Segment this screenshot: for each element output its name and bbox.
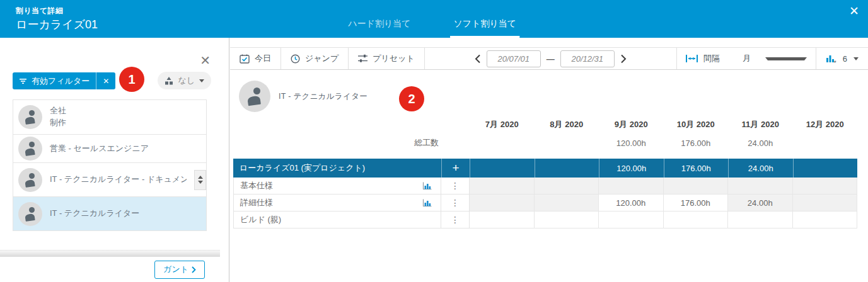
avatar	[18, 137, 42, 161]
chevron-down-icon	[199, 79, 204, 82]
avatar	[18, 202, 42, 226]
filter-remove-icon[interactable]: ✕	[96, 72, 115, 89]
list-item-technical-writer[interactable]: IT - テクニカルライター	[13, 197, 206, 231]
task-row-detail-spec: 詳細仕様 ⋮ 120.00h 176.00h 24.00h	[233, 195, 857, 212]
today-button[interactable]: 今日	[230, 48, 281, 69]
task-row-build: ビルド (親) ⋮	[233, 212, 857, 228]
project-value: 176.00h	[664, 159, 729, 178]
chevron-left-icon[interactable]	[475, 54, 481, 64]
allocation-cell[interactable]: 176.00h	[664, 195, 729, 212]
month-header: 9月 2020	[599, 119, 664, 130]
allocation-cell[interactable]	[664, 212, 729, 228]
allocation-cell[interactable]	[535, 195, 599, 212]
active-filter-chip[interactable]: 有効フィルター ✕	[13, 72, 115, 89]
allocation-cell[interactable]	[728, 178, 793, 195]
month-header: 8月 2020	[535, 119, 599, 130]
allocation-cell[interactable]	[728, 212, 793, 228]
kebab-menu-icon[interactable]: ⋮	[441, 212, 470, 228]
period-count-value: 6	[843, 54, 847, 64]
list-item-label: 全社	[50, 106, 66, 115]
allocation-cell[interactable]	[793, 195, 858, 212]
kebab-menu-icon[interactable]: ⋮	[441, 178, 470, 195]
sliders-icon	[358, 54, 367, 63]
chevron-down-icon	[854, 57, 859, 60]
list-item-sublabel: 制作	[50, 118, 66, 127]
total-value: 120.00h	[599, 138, 664, 148]
preset-button[interactable]: プリセット	[349, 48, 425, 69]
allocation-cell[interactable]	[470, 212, 535, 228]
kebab-menu-icon[interactable]: ⋮	[441, 195, 470, 212]
list-item-label: IT - テクニカルライター - ドキュメンテーシ	[50, 174, 187, 186]
scroll-spinner[interactable]	[194, 170, 206, 190]
list-item-sales-engineer[interactable]: 営業 - セールスエンジニア	[13, 135, 206, 163]
gantt-button[interactable]: ガント	[154, 261, 205, 279]
chevron-right-icon	[192, 266, 196, 273]
total-value: 176.00h	[664, 138, 729, 148]
date-to-input[interactable]	[560, 50, 615, 67]
task-label: 基本仕様	[240, 180, 422, 191]
jump-label: ジャンプ	[305, 53, 339, 64]
allocation-cell[interactable]	[535, 212, 599, 228]
total-value: 24.00h	[728, 138, 793, 148]
calendar-icon	[240, 54, 250, 64]
horizontal-scrollbar[interactable]	[0, 250, 220, 257]
project-value: 120.00h	[599, 159, 664, 178]
grouping-value: なし	[178, 75, 195, 86]
interval-unit-select[interactable]: 月	[729, 48, 816, 69]
list-item-label: IT - テクニカルライター	[50, 208, 139, 220]
interval-unit-value: 月	[729, 53, 765, 64]
page-title: ローカライズ01	[16, 17, 98, 32]
task-row-basic-spec: 基本仕様 ⋮	[233, 178, 857, 195]
svg-text:#: #	[834, 60, 836, 63]
dialog-eyebrow: 割り当て詳細	[16, 6, 64, 16]
dialog-header: 割り当て詳細 ローカライズ01 ✕ ハード割り当て ソフト割り当て	[0, 0, 868, 38]
resource-sidebar: ✕ 有効フィルター ✕ 1 なし 全社 制作 営業 - セールスエンジニア IT	[0, 38, 229, 282]
date-range-dash: —	[547, 54, 555, 64]
list-item-documentation[interactable]: IT - テクニカルライター - ドキュメンテーシ	[13, 163, 206, 197]
allocation-cell[interactable]	[470, 178, 535, 195]
month-header: 11月 2020	[728, 119, 793, 130]
total-hours-label: 総工数	[233, 137, 441, 149]
filter-chip-label: 有効フィルター	[32, 76, 90, 87]
allocation-cell[interactable]	[793, 212, 858, 228]
filter-icon	[19, 78, 27, 84]
task-label: ビルド (親)	[240, 214, 432, 225]
project-value	[535, 159, 599, 178]
project-value	[793, 159, 858, 178]
date-from-input[interactable]	[487, 50, 541, 67]
tab-soft-assignment[interactable]: ソフト割り当て	[450, 13, 521, 38]
add-task-button[interactable]: +	[441, 159, 470, 178]
resource-name: IT - テクニカルライター	[279, 91, 367, 102]
clock-icon	[291, 54, 300, 64]
allocation-cell[interactable]	[599, 178, 664, 195]
histogram-icon[interactable]	[422, 182, 432, 190]
project-value: 24.00h	[728, 159, 793, 178]
allocation-cell[interactable]	[599, 212, 664, 228]
interval-icon	[686, 55, 698, 62]
allocation-cell[interactable]	[470, 195, 535, 212]
allocation-cell[interactable]	[664, 178, 729, 195]
resource-avatar	[239, 81, 270, 112]
sidebar-close-icon[interactable]: ✕	[200, 54, 211, 67]
project-value	[470, 159, 535, 178]
jump-button[interactable]: ジャンプ	[281, 48, 349, 69]
list-item-company[interactable]: 全社 制作	[13, 100, 206, 135]
allocation-cell[interactable]: 120.00h	[599, 195, 664, 212]
today-label: 今日	[255, 53, 271, 64]
avatar	[18, 168, 42, 192]
histogram-icon[interactable]	[422, 199, 432, 207]
allocation-cell[interactable]	[793, 178, 858, 195]
allocation-cell[interactable]	[535, 178, 599, 195]
month-header: 12月 2020	[793, 119, 858, 130]
month-header: 10月 2020	[664, 119, 729, 130]
chevron-right-icon[interactable]	[620, 54, 627, 64]
period-count-select[interactable]: # 6	[816, 48, 868, 69]
interval-control[interactable]: 間隔	[676, 48, 729, 69]
resource-list: 全社 制作 営業 - セールスエンジニア IT - テクニカルライター - ドキ…	[13, 99, 207, 231]
allocation-cell[interactable]: 24.00h	[728, 195, 793, 212]
gantt-button-label: ガント	[163, 264, 188, 275]
grouping-dropdown[interactable]: なし	[158, 72, 211, 89]
tab-hard-assignment[interactable]: ハード割り当て	[344, 13, 414, 38]
avatar	[18, 105, 42, 129]
close-icon[interactable]: ✕	[849, 5, 859, 17]
